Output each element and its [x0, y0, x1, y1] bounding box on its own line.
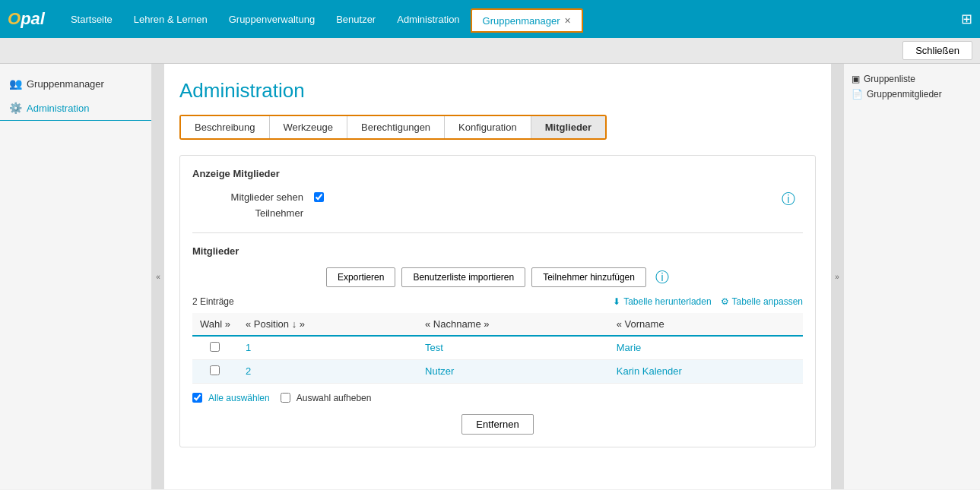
members-section: Mitglieder Exportieren Benutzerliste imp… — [192, 245, 803, 435]
export-button[interactable]: Exportieren — [326, 267, 395, 287]
row2-vorname: Karin Kalender — [609, 359, 803, 383]
tabs-container: Beschreibung Werkzeuge Berechtigungen Ko… — [179, 115, 607, 140]
row2-checkbox[interactable] — [210, 365, 220, 375]
entry-count: 2 Einträge — [192, 296, 234, 307]
table-row: 2 Nutzer Karin Kalender — [192, 359, 803, 383]
sidebar-item-gruppenmanager[interactable]: 👥 Gruppenmanager — [0, 71, 151, 96]
deselect-label[interactable]: Auswahl aufheben — [297, 393, 372, 403]
tab-werkzeuge[interactable]: Werkzeuge — [270, 116, 348, 138]
col-position[interactable]: « Position ↓ » — [238, 313, 417, 336]
active-tab-gruppenmanager[interactable]: Gruppenmanager × — [471, 8, 583, 33]
table-controls: 2 Einträge ⬇ Tabelle herunterladen ⚙ Tab… — [192, 296, 803, 307]
gruppenliste-icon: ▣ — [852, 74, 860, 84]
sidebar-item-administration[interactable]: ⚙️ Administration — [0, 96, 151, 121]
logo: Opal — [8, 9, 45, 29]
anzeige-help-icon[interactable]: ⓘ — [782, 190, 795, 208]
sidebar-gruppenmanager-label: Gruppenmanager — [27, 78, 104, 90]
row1-checkbox-cell — [192, 336, 238, 360]
row1-nachname-link[interactable]: Test — [425, 342, 443, 353]
nav-gruppenverwaltung[interactable]: Gruppenverwaltung — [218, 14, 325, 25]
members-section-title: Mitglieder — [192, 245, 803, 257]
row1-vorname: Marie — [609, 336, 803, 360]
gruppenmanager-icon: 👥 — [9, 77, 22, 90]
select-all-label[interactable]: Alle auswählen — [208, 393, 270, 403]
remove-btn-wrapper: Entfernen — [192, 414, 803, 435]
tab-konfiguration[interactable]: Konfiguration — [445, 116, 531, 138]
gruppenmitglieder-label: Gruppenmitglieder — [867, 89, 942, 100]
download-icon: ⬇ — [613, 296, 620, 307]
mitglieder-sehen-label: Mitglieder sehen Teilnehmer — [192, 190, 314, 222]
members-help-icon[interactable]: ⓘ — [655, 268, 669, 286]
second-bar: Schließen — [0, 38, 980, 64]
settings-table-link[interactable]: ⚙ Tabelle anpassen — [721, 296, 803, 307]
main-content: Administration Beschreibung Werkzeuge Be… — [164, 64, 831, 489]
download-table-link[interactable]: ⬇ Tabelle herunterladen — [613, 296, 711, 307]
row2-nachname: Nutzer — [417, 359, 609, 383]
row1-nachname: Test — [417, 336, 609, 360]
right-sidebar-item-gruppenmitglieder[interactable]: 📄 Gruppenmitglieder — [852, 87, 972, 102]
row2-position: 2 — [238, 359, 417, 383]
settings-table-label: Tabelle anpassen — [732, 296, 803, 307]
gruppenliste-label: Gruppenliste — [864, 74, 915, 84]
table-row: 1 Test Marie — [192, 336, 803, 360]
select-all-checkbox[interactable] — [192, 393, 202, 403]
deselect-checkbox[interactable] — [281, 393, 290, 403]
nav-benutzer[interactable]: Benutzer — [325, 14, 386, 25]
tab-beschreibung[interactable]: Beschreibung — [181, 116, 270, 138]
members-table: Wahl » « Position ↓ » « Nachname » « Vor… — [192, 313, 803, 384]
mitglieder-sehen-checkbox[interactable] — [314, 192, 324, 202]
row1-position: 1 — [238, 336, 417, 360]
anzeige-section-title: Anzeige Mitglieder — [192, 168, 803, 179]
row2-checkbox-cell — [192, 359, 238, 383]
sidebar-administration-label: Administration — [27, 103, 89, 114]
nav-startseite[interactable]: Startseite — [60, 14, 123, 25]
col-nachname[interactable]: « Nachname » — [417, 313, 609, 336]
table-action-links: ⬇ Tabelle herunterladen ⚙ Tabelle anpass… — [613, 296, 803, 307]
row1-position-link[interactable]: 1 — [246, 342, 251, 353]
page-title: Administration — [179, 79, 816, 103]
gruppenmitglieder-icon: 📄 — [852, 89, 863, 100]
right-sidebar: ▣ Gruppenliste 📄 Gruppenmitglieder — [843, 64, 980, 489]
content-section-box: Anzeige Mitglieder Mitglieder sehen Teil… — [179, 155, 816, 447]
active-tab-label: Gruppenmanager — [483, 15, 560, 27]
sidebar-collapse-right[interactable]: » — [831, 64, 843, 489]
anzeige-section: Anzeige Mitglieder Mitglieder sehen Teil… — [192, 168, 803, 222]
row1-vorname-link[interactable]: Marie — [617, 342, 642, 353]
nav-lehren[interactable]: Lehren & Lernen — [123, 14, 218, 25]
col-vorname[interactable]: « Vorname — [609, 313, 803, 336]
top-navigation-bar: Opal Startseite Lehren & Lernen Gruppenv… — [0, 0, 980, 38]
close-tab-icon[interactable]: × — [565, 14, 571, 27]
add-participant-button[interactable]: Teilnehmer hinzufügen — [531, 267, 646, 287]
row2-nachname-link[interactable]: Nutzer — [425, 365, 454, 377]
import-button[interactable]: Benutzerliste importieren — [401, 267, 525, 287]
nav-administration[interactable]: Administration — [386, 14, 470, 25]
row2-position-link[interactable]: 2 — [246, 365, 251, 377]
row1-checkbox[interactable] — [210, 342, 220, 352]
close-button[interactable]: Schließen — [902, 41, 972, 60]
tab-mitglieder[interactable]: Mitglieder — [531, 116, 605, 138]
right-sidebar-item-gruppenliste[interactable]: ▣ Gruppenliste — [852, 71, 972, 87]
download-table-label: Tabelle herunterladen — [623, 296, 711, 307]
tab-berechtigungen[interactable]: Berechtigungen — [347, 116, 445, 138]
bottom-controls: Alle auswählen Auswahl aufheben — [192, 393, 803, 403]
mitglieder-sehen-row: Mitglieder sehen Teilnehmer ⓘ — [192, 190, 803, 222]
main-layout: 👥 Gruppenmanager ⚙️ Administration « Adm… — [0, 64, 980, 489]
col-wahl: Wahl » — [192, 313, 238, 336]
row2-vorname-link[interactable]: Karin Kalender — [617, 365, 682, 377]
remove-button[interactable]: Entfernen — [461, 414, 533, 435]
members-actions: Exportieren Benutzerliste importieren Te… — [192, 267, 803, 287]
logout-icon[interactable]: ⊞ — [961, 11, 972, 27]
settings-icon: ⚙ — [721, 296, 729, 307]
main-nav: Startseite Lehren & Lernen Gruppenverwal… — [60, 7, 961, 31]
left-sidebar: 👥 Gruppenmanager ⚙️ Administration — [0, 64, 152, 489]
sidebar-collapse-left[interactable]: « — [152, 64, 164, 489]
administration-icon: ⚙️ — [9, 102, 22, 114]
